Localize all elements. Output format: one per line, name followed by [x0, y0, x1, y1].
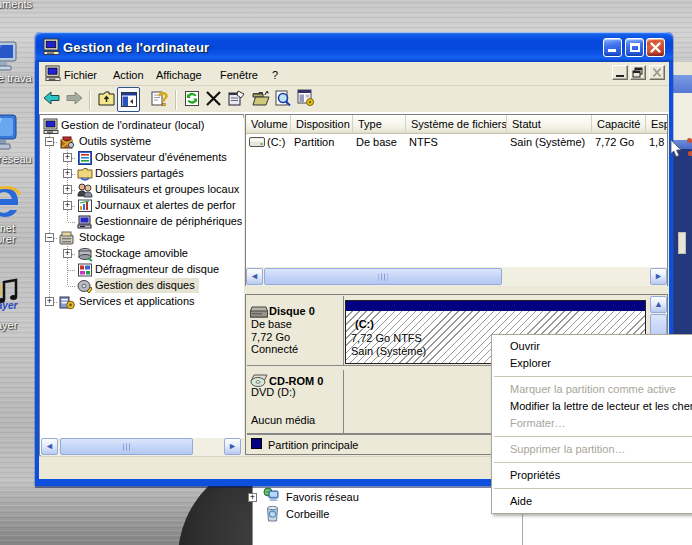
svg-text:layer: layer — [0, 300, 18, 311]
